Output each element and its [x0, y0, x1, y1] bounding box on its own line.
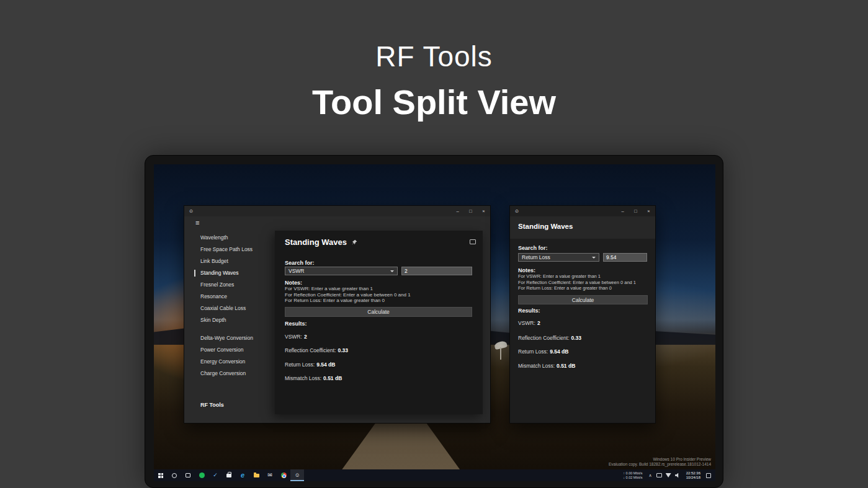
taskbar-app-chrome[interactable] [277, 469, 290, 481]
pc-status-icon[interactable] [656, 473, 662, 477]
result-label: Mismatch Loss: [285, 375, 321, 381]
result-value: 9.54 dB [550, 348, 568, 355]
laptop-frame: ☺ – □ × ≡ Wavelength Free Space Path Los… [145, 155, 723, 488]
search-for-label: Search for: [518, 245, 548, 251]
sidebar-nav: Wavelength Free Space Path Loss Link Bud… [184, 232, 275, 379]
sidebar-item-free-space-path-loss[interactable]: Free Space Path Loss [184, 244, 275, 255]
minimize-button[interactable]: – [451, 206, 464, 216]
calculate-button[interactable]: Calculate [518, 295, 648, 304]
upload-arrow-icon: ↑ [623, 471, 625, 475]
sidebar-item-coaxial-cable-loss[interactable]: Coaxial Cable Loss [184, 303, 275, 314]
taskbar-app-mail[interactable]: ✉ [263, 469, 277, 481]
hidden-icons-chevron[interactable]: ∧ [649, 473, 652, 478]
note-return-loss: For Return Loss: Enter a value greater t… [285, 298, 411, 304]
maximize-button[interactable]: □ [629, 206, 642, 216]
taskbar-clock[interactable]: 22:52:36 10/24/18 [686, 471, 700, 480]
sidebar-item-power-conversion[interactable]: Power Conversion [184, 344, 275, 356]
sidebar-item-link-budget[interactable]: Link Budget [184, 255, 275, 267]
search-type-select[interactable]: VSWR [285, 267, 398, 275]
windows-watermark: Windows 10 Pro Insider Preview Evaluatio… [609, 457, 711, 467]
desktop-screen: ☺ – □ × ≡ Wavelength Free Space Path Los… [154, 164, 715, 481]
search-type-value: VSWR [289, 268, 305, 274]
rf-tools-app-icon: ☺ [514, 209, 519, 214]
task-view-button[interactable] [181, 469, 195, 481]
sidebar-item-standing-waves[interactable]: Standing Waves [184, 267, 275, 279]
sidebar-item-fresnel-zones[interactable]: Fresnel Zones [184, 279, 275, 291]
taskbar-app-file-explorer[interactable] [249, 469, 263, 481]
taskbar-app-spotify[interactable] [195, 469, 208, 481]
standing-waves-split-window: ☺ – □ × Standing Waves Search for: Retur… [509, 205, 656, 424]
sidebar-item-resonance[interactable]: Resonance [184, 291, 275, 303]
maximize-button[interactable]: □ [464, 206, 477, 216]
watermark-line-1: Windows 10 Pro Insider Preview [609, 457, 711, 462]
open-in-new-window-icon[interactable] [470, 239, 476, 244]
result-value: 0.33 [571, 335, 582, 341]
todo-check-icon: ✓ [213, 472, 218, 478]
result-value: 2 [537, 320, 540, 326]
sidebar-item-wavelength[interactable]: Wavelength [184, 232, 275, 244]
notes-label: Notes: [518, 267, 535, 273]
chrome-icon [281, 472, 287, 478]
result-label: Mismatch Loss: [518, 363, 555, 369]
result-mismatch-loss: Mismatch Loss:0.51 dB [285, 375, 342, 381]
calculate-button[interactable]: Calculate [285, 307, 472, 317]
notes-label: Notes: [285, 280, 302, 286]
taskbar-app-store[interactable] [222, 469, 236, 481]
sidebar-footer-label: RF Tools [200, 402, 224, 408]
clock-time: 22:52:36 [686, 471, 700, 476]
split-window-header: Standing Waves [510, 216, 655, 239]
watermark-line-2: Evaluation copy. Build 18282.rs_prerelea… [609, 462, 711, 467]
minimize-button[interactable]: – [616, 206, 629, 216]
wallpaper-radio-dish [494, 342, 508, 362]
search-type-select[interactable]: Return Loss [518, 253, 599, 262]
rf-tools-taskbar-icon: ☺ [294, 472, 300, 478]
network-icon[interactable] [666, 473, 671, 477]
note-vswr: For VSWR: Enter a value greater than 1 [285, 286, 411, 292]
close-button[interactable]: × [642, 206, 655, 216]
results-label: Results: [285, 321, 307, 327]
upload-speed: 0.00 Mbit/s [626, 471, 643, 475]
note-vswr: For VSWR: Enter a value greater than 1 [518, 273, 636, 280]
sidebar-item-charge-conversion[interactable]: Charge Conversion [184, 368, 275, 379]
download-speed: 0.02 Mbit/s [626, 476, 643, 479]
search-type-value: Return Loss [522, 254, 550, 260]
results-label: Results: [518, 308, 540, 314]
start-button[interactable] [154, 469, 168, 481]
edge-icon: e [241, 472, 244, 479]
result-label: Return Loss: [518, 348, 548, 355]
file-explorer-icon [254, 474, 259, 477]
result-value: 2 [304, 334, 307, 340]
result-reflection-coefficient: Reflection Coefficient:0.33 [285, 347, 348, 353]
search-value-input[interactable] [603, 253, 647, 262]
page-subtitle: Tool Split View [0, 82, 868, 122]
sidebar-item-skin-depth[interactable]: Skin Depth [184, 314, 275, 326]
task-view-icon [186, 473, 190, 477]
taskbar-app-todo[interactable]: ✓ [208, 469, 222, 481]
pin-icon[interactable] [351, 239, 357, 246]
search-button[interactable] [168, 469, 181, 481]
result-return-loss: Return Loss:9.54 dB [285, 362, 335, 368]
result-value: 9.54 dB [316, 362, 335, 368]
cortana-search-icon [172, 473, 177, 478]
page-title: RF Tools [0, 40, 868, 73]
result-value: 0.51 dB [557, 363, 575, 369]
split-window-titlebar[interactable]: ☺ – □ × [510, 206, 655, 216]
windows-logo-icon [158, 473, 163, 478]
sidebar-item-energy-conversion[interactable]: Energy Conversion [184, 356, 275, 368]
spotify-icon [199, 472, 205, 478]
action-center-icon[interactable] [706, 473, 711, 478]
chevron-down-icon [390, 270, 394, 272]
taskbar-app-rf-tools[interactable]: ☺ [290, 469, 304, 481]
note-return-loss: For Return Loss: Enter a value greater t… [518, 285, 636, 291]
close-button[interactable]: × [477, 206, 490, 216]
result-label: VSWR: [285, 334, 302, 340]
taskbar-app-edge[interactable]: e [236, 469, 249, 481]
rf-tools-app-icon: ☺ [189, 209, 194, 214]
sidebar-item-delta-wye-conversion[interactable]: Delta-Wye Conversion [184, 332, 275, 344]
hamburger-menu-button[interactable]: ≡ [195, 220, 199, 226]
network-speed-indicator[interactable]: ↑ 0.00 Mbit/s ↓ 0.02 Mbit/s [623, 471, 642, 479]
search-value-input[interactable] [401, 267, 472, 275]
note-reflection-coefficient: For Reflection Coefficient: Enter a valu… [285, 292, 411, 298]
volume-icon[interactable] [675, 473, 681, 478]
main-window-titlebar[interactable]: ☺ – □ × [184, 206, 490, 216]
